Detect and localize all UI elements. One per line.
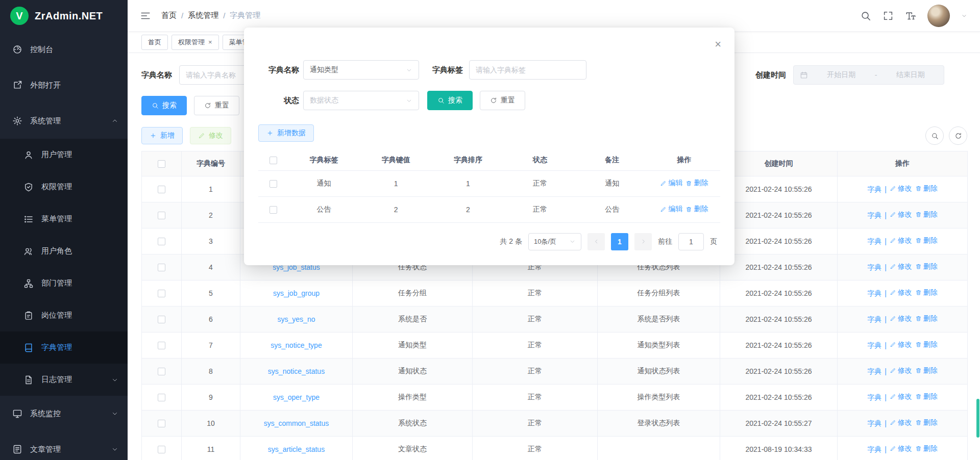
dict-type-link[interactable]: sys_job_group — [273, 289, 320, 297]
sidebar-item-post-management[interactable]: 岗位管理 — [0, 299, 128, 331]
font-size-icon[interactable] — [905, 10, 916, 21]
edit-link[interactable]: 修改 — [890, 444, 912, 453]
dict-link[interactable]: 字典 — [867, 341, 881, 350]
delete-link[interactable]: 删除 — [685, 205, 708, 214]
edit-link[interactable]: 修改 — [890, 314, 912, 323]
page-size-select[interactable]: 10条/页 — [528, 233, 581, 250]
sidebar-item-article-management[interactable]: 文章管理 — [0, 431, 128, 460]
edit-link[interactable]: 修改 — [890, 288, 912, 297]
select-all-checkbox[interactable] — [142, 151, 182, 176]
row-checkbox[interactable] — [158, 238, 165, 245]
delete-link[interactable]: 删除 — [915, 288, 938, 297]
delete-link[interactable]: 删除 — [915, 444, 938, 453]
sidebar-item-department-management[interactable]: 部门管理 — [0, 267, 128, 299]
search-icon[interactable] — [860, 10, 871, 21]
add-data-button[interactable]: 新增数据 — [258, 124, 314, 142]
row-checkbox[interactable] — [158, 212, 165, 219]
row-checkbox[interactable] — [270, 206, 277, 214]
avatar[interactable] — [927, 5, 950, 27]
status-select[interactable]: 数据状态 — [303, 91, 419, 110]
dict-link[interactable]: 字典 — [867, 289, 881, 298]
menu-collapse-icon[interactable] — [140, 10, 151, 21]
row-checkbox[interactable] — [270, 180, 277, 188]
delete-link[interactable]: 删除 — [915, 314, 938, 323]
select-all-checkbox[interactable] — [258, 150, 288, 170]
add-button[interactable]: 新增 — [141, 127, 183, 144]
tab-权限管理[interactable]: 权限管理× — [172, 35, 219, 50]
dict-link[interactable]: 字典 — [867, 445, 881, 454]
edit-link[interactable]: 编辑 — [660, 205, 682, 214]
dict-link[interactable]: 字典 — [867, 315, 881, 324]
sidebar-item-system-monitor[interactable]: 系统监控 — [0, 396, 128, 431]
dict-name-select[interactable]: 通知类型 — [303, 60, 419, 80]
delete-link[interactable]: 删除 — [915, 340, 938, 349]
dict-type-link[interactable]: sys_notice_type — [271, 341, 322, 349]
app-logo[interactable]: V ZrAdmin.NET — [0, 0, 128, 32]
row-checkbox[interactable] — [158, 342, 165, 349]
row-checkbox[interactable] — [158, 394, 165, 401]
dict-link[interactable]: 字典 — [867, 237, 881, 246]
row-checkbox[interactable] — [158, 446, 165, 453]
fullscreen-icon[interactable] — [883, 10, 894, 21]
delete-link[interactable]: 删除 — [915, 236, 938, 245]
delete-link[interactable]: 删除 — [915, 418, 938, 427]
edit-link[interactable]: 修改 — [890, 236, 912, 245]
row-checkbox[interactable] — [158, 420, 165, 427]
dialog-close-icon[interactable]: × — [715, 39, 721, 50]
sidebar-item-user-role[interactable]: 用户角色 — [0, 235, 128, 267]
dict-type-link[interactable]: sys_article_status — [268, 445, 325, 453]
edit-link[interactable]: 修改 — [890, 210, 912, 219]
row-checkbox[interactable] — [158, 316, 165, 323]
delete-link[interactable]: 删除 — [915, 262, 938, 271]
dict-type-link[interactable]: sys_common_status — [264, 419, 329, 427]
page-number-button[interactable]: 1 — [611, 233, 628, 250]
delete-link[interactable]: 删除 — [685, 178, 708, 188]
dict-link[interactable]: 字典 — [867, 211, 881, 220]
edit-link[interactable]: 修改 — [890, 184, 912, 193]
scrollbar-thumb[interactable] — [976, 399, 979, 438]
reset-button[interactable]: 重置 — [194, 96, 239, 115]
dict-label-input[interactable] — [469, 60, 586, 80]
sidebar-item-user-management[interactable]: 用户管理 — [0, 139, 128, 171]
close-icon[interactable]: × — [208, 39, 212, 45]
edit-link[interactable]: 编辑 — [660, 178, 682, 188]
dict-type-link[interactable]: sys_oper_type — [273, 393, 320, 401]
dict-link[interactable]: 字典 — [867, 367, 881, 376]
refresh-button[interactable] — [949, 126, 967, 145]
edit-link[interactable]: 修改 — [890, 366, 912, 375]
sidebar-item-dictionary-management[interactable]: 字典管理 — [0, 331, 128, 364]
create-time-range-picker[interactable]: 开始日期 - 结束日期 — [793, 65, 944, 85]
delete-link[interactable]: 删除 — [915, 392, 938, 401]
sidebar-item-dashboard[interactable]: 控制台 — [0, 32, 128, 67]
sidebar-item-menu-management[interactable]: 菜单管理 — [0, 203, 128, 235]
scrollbar-track[interactable] — [976, 0, 980, 460]
delete-link[interactable]: 删除 — [915, 210, 938, 219]
breadcrumb-item[interactable]: 首页 — [161, 11, 177, 20]
breadcrumb-item[interactable]: 系统管理 — [188, 11, 218, 20]
dialog-reset-button[interactable]: 重置 — [480, 91, 525, 110]
next-page-button[interactable] — [634, 233, 652, 250]
sidebar-item-system-management[interactable]: 系统管理 — [0, 103, 128, 139]
breadcrumb-item[interactable]: 字典管理 — [230, 11, 260, 20]
row-checkbox[interactable] — [158, 290, 165, 297]
edit-link[interactable]: 修改 — [890, 340, 912, 349]
goto-page-input[interactable] — [678, 233, 704, 250]
dict-link[interactable]: 字典 — [867, 393, 881, 402]
prev-page-button[interactable] — [587, 233, 605, 250]
toggle-search-button[interactable] — [925, 126, 944, 145]
sidebar-item-external-open[interactable]: 外部打开 — [0, 67, 128, 103]
dialog-search-button[interactable]: 搜索 — [427, 91, 473, 110]
row-checkbox[interactable] — [158, 186, 165, 193]
dict-link[interactable]: 字典 — [867, 419, 881, 428]
dict-type-link[interactable]: sys_yes_no — [278, 315, 315, 323]
dict-type-link[interactable]: sys_notice_status — [268, 367, 325, 375]
delete-link[interactable]: 删除 — [915, 366, 938, 375]
edit-button[interactable]: 修改 — [190, 127, 231, 144]
edit-link[interactable]: 修改 — [890, 418, 912, 427]
row-checkbox[interactable] — [158, 368, 165, 375]
tab-首页[interactable]: 首页 — [141, 35, 168, 50]
row-checkbox[interactable] — [158, 264, 165, 271]
search-button[interactable]: 搜索 — [141, 96, 187, 115]
sidebar-item-permission-management[interactable]: 权限管理 — [0, 171, 128, 203]
delete-link[interactable]: 删除 — [915, 184, 938, 193]
